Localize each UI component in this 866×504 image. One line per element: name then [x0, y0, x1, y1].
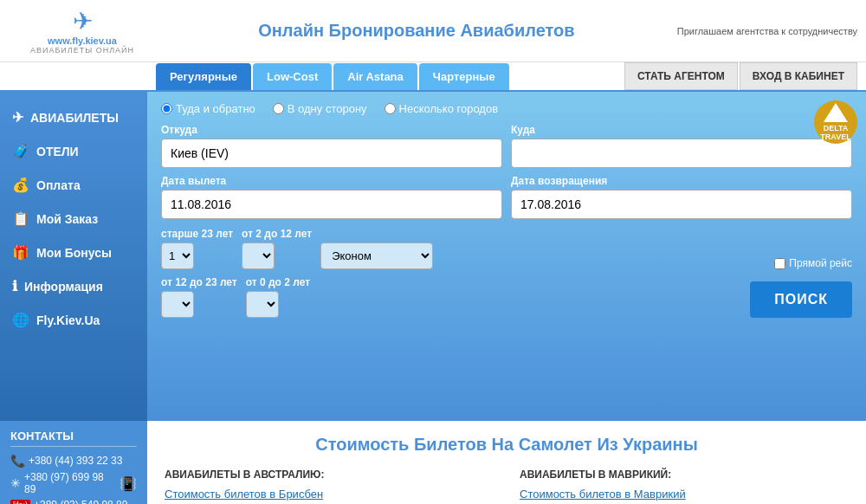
phone-3: life:) +380 (93) 549 98 89 — [10, 499, 137, 504]
from-to-row: Откуда Куда — [161, 124, 852, 168]
hotel-icon: 🧳 — [12, 143, 29, 159]
adults-select[interactable]: 1234 — [161, 242, 194, 269]
direct-check-label[interactable]: Прямой рейс — [774, 257, 852, 269]
children-col: от 2 до 12 лет 12 — [242, 228, 312, 269]
tab-lowcost[interactable]: Low-Cost — [253, 63, 332, 90]
direct-checkbox[interactable] — [774, 258, 785, 269]
tab-airastana[interactable]: Air Astana — [333, 63, 417, 90]
to-label: Куда — [511, 124, 852, 136]
to-col: Куда — [511, 124, 852, 168]
search-button[interactable]: ПОИСК — [750, 281, 852, 318]
radio-roundtrip[interactable]: Туда и обратно — [161, 102, 255, 115]
children-select[interactable]: 12 — [242, 242, 275, 269]
radio-multicity-input[interactable] — [385, 103, 396, 114]
sidebar-item-myorder[interactable]: 📋 Мой Заказ — [0, 202, 147, 236]
radio-oneway[interactable]: В одну сторону — [273, 102, 367, 115]
site-title: Онлайн Бронирование Авиабилетов — [156, 21, 677, 41]
content-title: Стоимость Билетов На Самолет Из Украины — [165, 435, 849, 455]
to-input[interactable] — [511, 139, 852, 168]
phone-1: 📞 +380 (44) 393 22 33 — [10, 454, 137, 468]
from-label: Откуда — [161, 124, 502, 136]
main-layout: ✈ АВИАБИЛЕТЫ 🧳 ОТЕЛИ 💰 Оплата 📋 Мой Зака… — [0, 92, 866, 421]
radio-multicity[interactable]: Несколько городов — [385, 102, 499, 115]
radio-oneway-input[interactable] — [273, 103, 284, 114]
trip-type-row: Туда и обратно В одну сторону Несколько … — [161, 102, 852, 115]
content-area: Стоимость Билетов На Самолет Из Украины … — [147, 421, 866, 504]
plane-icon: ✈ — [12, 109, 23, 126]
logo-url: www.fly.kiev.ua — [48, 36, 117, 46]
sidebar-label-hotels: ОТЕЛИ — [36, 145, 79, 158]
infant-col: от 0 до 2 лет 12 — [246, 276, 310, 318]
tab-charter[interactable]: Чартерные — [419, 63, 509, 90]
from-input[interactable] — [161, 139, 502, 168]
radio-oneway-label: В одну сторону — [288, 102, 367, 115]
sidebar: ✈ АВИАБИЛЕТЫ 🧳 ОТЕЛИ 💰 Оплата 📋 Мой Зака… — [0, 92, 147, 421]
radio-roundtrip-label: Туда и обратно — [176, 102, 255, 115]
depart-label: Дата вылета — [161, 175, 502, 187]
phone-2: ✳ +380 (97) 699 98 89 📳 — [10, 471, 137, 495]
delta-label: DELTATRAVEL — [820, 124, 850, 141]
phone-number-1: +380 (44) 393 22 33 — [29, 455, 122, 467]
sidebar-item-hotels[interactable]: 🧳 ОТЕЛИ — [0, 134, 147, 168]
login-button[interactable]: ВХОД В КАБИНЕТ — [740, 62, 857, 90]
logo: ✈ www.fly.kiev.ua АВИАБИЛЕТЫ ОНЛАЙН — [9, 7, 156, 55]
viber-icon: 📳 — [120, 475, 137, 492]
sidebar-label-info: Информация — [24, 280, 103, 294]
link-brisbane[interactable]: Стоимость билетов в Брисбен — [165, 488, 494, 501]
sidebar-item-payment[interactable]: 💰 Оплата — [0, 168, 147, 202]
content-col-australia: АВИАБИЛЕТЫ В АВСТРАЛИЮ: Стоимость билето… — [165, 468, 494, 504]
partner-text: Приглашаем агентства к сотрудничеству — [677, 26, 857, 36]
search-btn-col: ПОИСК — [319, 278, 852, 318]
sidebar-item-info[interactable]: ℹ Информация — [0, 269, 147, 303]
teen-select[interactable]: 12 — [161, 291, 194, 318]
content-columns: АВИАБИЛЕТЫ В АВСТРАЛИЮ: Стоимость билето… — [165, 468, 849, 504]
contacts-title: КОНТАКТЫ — [10, 430, 137, 447]
content-col-mauritius: АВИАБИЛЕТЫ В МАВРИКИЙ: Стоимость билетов… — [520, 468, 849, 504]
info-icon: ℹ — [12, 278, 17, 294]
nav-tabs: Регулярные Low-Cost Air Astana Чартерные — [156, 63, 509, 90]
direct-label: Прямой рейс — [789, 257, 852, 269]
from-col: Откуда — [161, 124, 502, 168]
passengers-row: старше 23 лет 1234 от 2 до 12 лет 12 Эко… — [161, 228, 852, 269]
infant-label: от 0 до 2 лет — [246, 276, 310, 288]
bonus-icon: 🎁 — [12, 244, 29, 261]
sidebar-label-payment: Оплата — [36, 178, 81, 192]
infant-select[interactable]: 12 — [246, 291, 279, 318]
search-area: DELTATRAVEL Туда и обратно В одну сторон… — [147, 92, 866, 421]
become-agent-button[interactable]: СТАТЬ АГЕНТОМ — [624, 62, 738, 90]
depart-col: Дата вылета — [161, 175, 502, 219]
return-input[interactable] — [511, 190, 852, 219]
children-label: от 2 до 12 лет — [242, 228, 312, 240]
teen-col: от 12 до 23 лет 12 — [161, 276, 237, 318]
navigation-bar: Регулярные Low-Cost Air Astana Чартерные… — [0, 62, 866, 92]
header: ✈ www.fly.kiev.ua АВИАБИЛЕТЫ ОНЛАЙН Онла… — [0, 0, 866, 62]
sidebar-label-bonuses: Мои Бонусы — [36, 246, 112, 260]
sidebar-item-flykievua[interactable]: 🌐 Fly.Kiev.Ua — [0, 303, 147, 337]
sidebar-item-bonuses[interactable]: 🎁 Мои Бонусы — [0, 236, 147, 269]
phone-icon-1: 📞 — [10, 454, 25, 468]
life-badge: life:) — [10, 500, 30, 504]
phone-number-2: +380 (97) 699 98 89 — [24, 471, 116, 495]
return-col: Дата возвращения — [511, 175, 852, 219]
contacts-panel: КОНТАКТЫ 📞 +380 (44) 393 22 33 ✳ +380 (9… — [0, 421, 147, 504]
mobile-icon-2: ✳ — [10, 476, 21, 490]
link-mauritius[interactable]: Стоимость билетов в Маврикий — [520, 488, 849, 501]
adults-col: старше 23 лет 1234 — [161, 228, 233, 269]
order-icon: 📋 — [12, 210, 29, 227]
radio-roundtrip-input[interactable] — [161, 103, 172, 114]
sidebar-item-aviabilety[interactable]: ✈ АВИАБИЛЕТЫ — [0, 100, 147, 134]
dates-row: Дата вылета Дата возвращения — [161, 175, 852, 219]
logo-subtitle: АВИАБИЛЕТЫ ОНЛАЙН — [30, 46, 134, 55]
bottom-section: КОНТАКТЫ 📞 +380 (44) 393 22 33 ✳ +380 (9… — [0, 421, 866, 504]
payment-icon: 💰 — [12, 177, 29, 193]
australia-title: АВИАБИЛЕТЫ В АВСТРАЛИЮ: — [165, 468, 494, 481]
class-select[interactable]: Эконом Бизнес — [320, 242, 433, 269]
nav-right-buttons: СТАТЬ АГЕНТОМ ВХОД В КАБИНЕТ — [624, 62, 857, 90]
direct-col: Прямой рейс — [774, 257, 852, 269]
sidebar-label-flykievua: Fly.Kiev.Ua — [36, 313, 100, 327]
plane-icon: ✈ — [73, 7, 93, 36]
teen-infant-row: от 12 до 23 лет 12 от 0 до 2 лет 12 ПОИС… — [161, 276, 852, 318]
depart-input[interactable] — [161, 190, 502, 219]
delta-triangle — [824, 103, 848, 122]
tab-regular[interactable]: Регулярные — [156, 63, 251, 90]
